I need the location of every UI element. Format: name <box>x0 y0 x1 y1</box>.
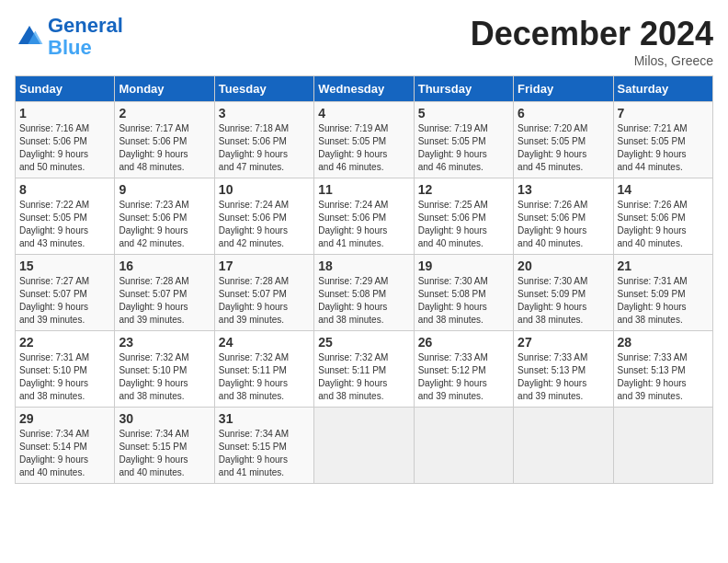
day-info: Sunrise: 7:18 AM Sunset: 5:06 PM Dayligh… <box>219 122 310 174</box>
calendar-cell: 17Sunrise: 7:28 AM Sunset: 5:07 PM Dayli… <box>214 255 313 331</box>
month-title: December 2024 <box>471 15 713 53</box>
calendar-cell: 14Sunrise: 7:26 AM Sunset: 5:06 PM Dayli… <box>613 178 712 255</box>
day-number: 20 <box>518 259 609 273</box>
calendar-cell: 28Sunrise: 7:33 AM Sunset: 5:13 PM Dayli… <box>613 331 712 408</box>
calendar-cell: 5Sunrise: 7:19 AM Sunset: 5:05 PM Daylig… <box>414 102 513 178</box>
title-block: December 2024 Milos, Greece <box>471 15 713 68</box>
calendar-cell <box>514 408 613 484</box>
calendar-cell: 10Sunrise: 7:24 AM Sunset: 5:06 PM Dayli… <box>214 178 313 255</box>
day-number: 17 <box>219 259 310 273</box>
day-info: Sunrise: 7:33 AM Sunset: 5:13 PM Dayligh… <box>518 351 609 403</box>
day-info: Sunrise: 7:19 AM Sunset: 5:05 PM Dayligh… <box>418 122 509 174</box>
calendar-cell: 9Sunrise: 7:23 AM Sunset: 5:06 PM Daylig… <box>115 178 214 255</box>
calendar-week-row: 29Sunrise: 7:34 AM Sunset: 5:14 PM Dayli… <box>16 408 713 484</box>
calendar-week-row: 1Sunrise: 7:16 AM Sunset: 5:06 PM Daylig… <box>16 102 713 178</box>
calendar-cell: 13Sunrise: 7:26 AM Sunset: 5:06 PM Dayli… <box>514 178 613 255</box>
calendar-cell: 2Sunrise: 7:17 AM Sunset: 5:06 PM Daylig… <box>115 102 214 178</box>
day-info: Sunrise: 7:29 AM Sunset: 5:08 PM Dayligh… <box>318 275 409 327</box>
day-number: 31 <box>219 411 310 426</box>
day-number: 9 <box>119 182 210 197</box>
weekday-header-row: SundayMondayTuesdayWednesdayThursdayFrid… <box>16 76 713 102</box>
calendar-cell: 19Sunrise: 7:30 AM Sunset: 5:08 PM Dayli… <box>414 255 513 331</box>
calendar-cell: 31Sunrise: 7:34 AM Sunset: 5:15 PM Dayli… <box>214 408 313 484</box>
calendar-week-row: 15Sunrise: 7:27 AM Sunset: 5:07 PM Dayli… <box>16 255 713 331</box>
day-number: 25 <box>318 335 409 350</box>
day-number: 10 <box>219 182 310 197</box>
day-number: 3 <box>219 106 310 121</box>
calendar-cell: 23Sunrise: 7:32 AM Sunset: 5:10 PM Dayli… <box>115 331 214 408</box>
day-number: 1 <box>19 106 110 121</box>
logo: General Blue <box>15 15 123 59</box>
page-header: General Blue December 2024 Milos, Greece <box>15 15 713 68</box>
day-number: 7 <box>618 106 709 121</box>
day-info: Sunrise: 7:32 AM Sunset: 5:10 PM Dayligh… <box>119 351 210 403</box>
day-number: 27 <box>518 335 609 350</box>
day-info: Sunrise: 7:33 AM Sunset: 5:13 PM Dayligh… <box>618 351 709 403</box>
day-info: Sunrise: 7:17 AM Sunset: 5:06 PM Dayligh… <box>119 122 210 174</box>
day-info: Sunrise: 7:27 AM Sunset: 5:07 PM Dayligh… <box>19 275 110 327</box>
calendar-cell: 12Sunrise: 7:25 AM Sunset: 5:06 PM Dayli… <box>414 178 513 255</box>
day-info: Sunrise: 7:25 AM Sunset: 5:06 PM Dayligh… <box>418 199 509 250</box>
day-info: Sunrise: 7:34 AM Sunset: 5:15 PM Dayligh… <box>219 428 310 479</box>
calendar-cell: 1Sunrise: 7:16 AM Sunset: 5:06 PM Daylig… <box>16 102 115 178</box>
day-number: 2 <box>119 106 210 121</box>
day-number: 30 <box>119 411 210 426</box>
day-number: 18 <box>318 259 409 273</box>
day-number: 19 <box>418 259 509 273</box>
day-info: Sunrise: 7:26 AM Sunset: 5:06 PM Dayligh… <box>618 199 709 250</box>
weekday-header-tuesday: Tuesday <box>214 76 313 102</box>
day-number: 24 <box>219 335 310 350</box>
day-number: 22 <box>19 335 110 350</box>
day-number: 4 <box>318 106 409 121</box>
calendar-cell: 20Sunrise: 7:30 AM Sunset: 5:09 PM Dayli… <box>514 255 613 331</box>
day-info: Sunrise: 7:19 AM Sunset: 5:05 PM Dayligh… <box>318 122 409 174</box>
calendar-cell: 4Sunrise: 7:19 AM Sunset: 5:05 PM Daylig… <box>314 102 414 178</box>
day-info: Sunrise: 7:30 AM Sunset: 5:08 PM Dayligh… <box>418 275 509 327</box>
day-info: Sunrise: 7:26 AM Sunset: 5:06 PM Dayligh… <box>518 199 609 250</box>
weekday-header-thursday: Thursday <box>414 76 513 102</box>
calendar-cell: 27Sunrise: 7:33 AM Sunset: 5:13 PM Dayli… <box>514 331 613 408</box>
calendar-week-row: 22Sunrise: 7:31 AM Sunset: 5:10 PM Dayli… <box>16 331 713 408</box>
calendar-cell: 24Sunrise: 7:32 AM Sunset: 5:11 PM Dayli… <box>214 331 313 408</box>
day-number: 26 <box>418 335 509 350</box>
calendar-table: SundayMondayTuesdayWednesdayThursdayFrid… <box>15 75 713 484</box>
day-info: Sunrise: 7:23 AM Sunset: 5:06 PM Dayligh… <box>119 199 210 250</box>
calendar-cell: 7Sunrise: 7:21 AM Sunset: 5:05 PM Daylig… <box>613 102 712 178</box>
calendar-cell: 3Sunrise: 7:18 AM Sunset: 5:06 PM Daylig… <box>214 102 313 178</box>
calendar-cell: 26Sunrise: 7:33 AM Sunset: 5:12 PM Dayli… <box>414 331 513 408</box>
calendar-cell <box>314 408 414 484</box>
day-number: 8 <box>19 182 110 197</box>
day-number: 12 <box>418 182 509 197</box>
calendar-cell: 22Sunrise: 7:31 AM Sunset: 5:10 PM Dayli… <box>16 331 115 408</box>
day-info: Sunrise: 7:20 AM Sunset: 5:05 PM Dayligh… <box>518 122 609 174</box>
day-info: Sunrise: 7:34 AM Sunset: 5:15 PM Dayligh… <box>119 428 210 479</box>
day-info: Sunrise: 7:24 AM Sunset: 5:06 PM Dayligh… <box>318 199 409 250</box>
calendar-cell: 21Sunrise: 7:31 AM Sunset: 5:09 PM Dayli… <box>613 255 712 331</box>
location: Milos, Greece <box>471 53 713 68</box>
weekday-header-wednesday: Wednesday <box>314 76 414 102</box>
day-number: 14 <box>618 182 709 197</box>
calendar-cell: 25Sunrise: 7:32 AM Sunset: 5:11 PM Dayli… <box>314 331 414 408</box>
day-info: Sunrise: 7:34 AM Sunset: 5:14 PM Dayligh… <box>19 428 110 479</box>
day-number: 16 <box>119 259 210 273</box>
day-number: 6 <box>518 106 609 121</box>
day-info: Sunrise: 7:28 AM Sunset: 5:07 PM Dayligh… <box>119 275 210 327</box>
calendar-cell: 15Sunrise: 7:27 AM Sunset: 5:07 PM Dayli… <box>16 255 115 331</box>
day-info: Sunrise: 7:33 AM Sunset: 5:12 PM Dayligh… <box>418 351 509 403</box>
calendar-cell: 11Sunrise: 7:24 AM Sunset: 5:06 PM Dayli… <box>314 178 414 255</box>
logo-icon <box>15 22 44 52</box>
day-info: Sunrise: 7:30 AM Sunset: 5:09 PM Dayligh… <box>518 275 609 327</box>
day-number: 13 <box>518 182 609 197</box>
calendar-cell: 18Sunrise: 7:29 AM Sunset: 5:08 PM Dayli… <box>314 255 414 331</box>
calendar-cell <box>613 408 712 484</box>
day-info: Sunrise: 7:28 AM Sunset: 5:07 PM Dayligh… <box>219 275 310 327</box>
calendar-cell: 30Sunrise: 7:34 AM Sunset: 5:15 PM Dayli… <box>115 408 214 484</box>
day-info: Sunrise: 7:31 AM Sunset: 5:10 PM Dayligh… <box>19 351 110 403</box>
day-number: 21 <box>618 259 709 273</box>
day-number: 28 <box>618 335 709 350</box>
logo-text: General Blue <box>48 15 123 59</box>
calendar-cell: 16Sunrise: 7:28 AM Sunset: 5:07 PM Dayli… <box>115 255 214 331</box>
calendar-week-row: 8Sunrise: 7:22 AM Sunset: 5:05 PM Daylig… <box>16 178 713 255</box>
day-number: 29 <box>19 411 110 426</box>
calendar-cell: 6Sunrise: 7:20 AM Sunset: 5:05 PM Daylig… <box>514 102 613 178</box>
